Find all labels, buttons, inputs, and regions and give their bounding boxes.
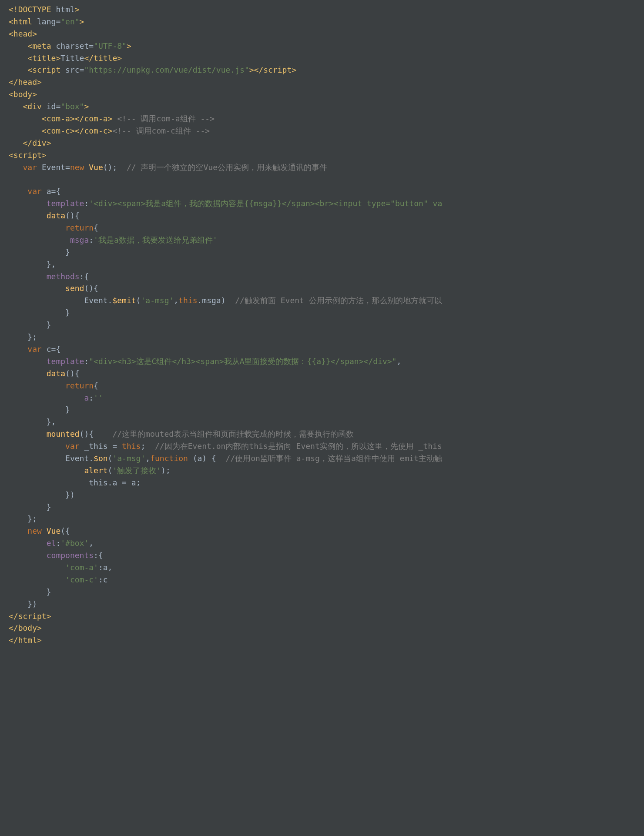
code-line: <script src="https://unpkg.com/vue/dist/… (9, 64, 635, 76)
code-line: </html> (9, 634, 635, 646)
code-line: return{ (9, 222, 635, 234)
code-line: } (9, 586, 635, 598)
code-line: <!DOCTYPE html> (9, 3, 635, 16)
code-line: <com-c></com-c><!-- 调用com-c组件 --> (9, 125, 635, 137)
code-line: <script> (9, 149, 635, 161)
code-line: data(){ (9, 368, 635, 380)
code-line: send(){ (9, 282, 635, 294)
code-line: el:'#box', (9, 537, 635, 549)
code-line: }) (9, 489, 635, 501)
code-line: var c={ (9, 343, 635, 355)
code-line: <meta charset="UTF-8"> (9, 40, 635, 52)
code-line: return{ (9, 380, 635, 392)
code-line: <div id="box"> (9, 100, 635, 113)
code-line: var _this = this; //因为在Event.on内部的this是指… (9, 440, 635, 452)
code-line: var Event=new Vue(); // 声明一个独立的空Vue公用实例，… (9, 161, 635, 174)
code-line: a:'' (9, 392, 635, 404)
code-line: }, (9, 416, 635, 428)
code-line: } (9, 404, 635, 416)
code-line (9, 173, 635, 185)
code-line: </body> (9, 622, 635, 634)
code-line: mounted(){ //这里的mouted表示当组件和页面挂载完成的时候，需要… (9, 428, 635, 440)
code-line: }; (9, 513, 635, 525)
code-line: var a={ (9, 185, 635, 197)
code-line: _this.a = a; (9, 477, 635, 489)
code-block: <!DOCTYPE html><html lang="en"><head> <m… (0, 0, 644, 664)
code-line: } (9, 307, 635, 319)
code-line: 'com-a':a, (9, 562, 635, 574)
code-line: <body> (9, 88, 635, 100)
code-line: new Vue({ (9, 525, 635, 537)
code-line: }, (9, 258, 635, 271)
code-line: Event.$emit('a-msg',this.msga) //触发前面 Ev… (9, 294, 635, 307)
code-line: </script> (9, 610, 635, 622)
code-line: <html lang="en"> (9, 16, 635, 28)
code-line: template:"<div><h3>这是C组件</h3><span>我从A里面… (9, 355, 635, 368)
code-line: }; (9, 331, 635, 343)
code-line: <com-a></com-a> <!-- 调用com-a组件 --> (9, 113, 635, 125)
code-line: <head> (9, 28, 635, 40)
code-line: template:'<div><span>我是a组件，我的数据内容是{{msga… (9, 197, 635, 210)
code-line: 'com-c':c (9, 574, 635, 586)
code-line: } (9, 319, 635, 331)
code-line: }) (9, 598, 635, 610)
code-line: alert('触发了接收'); (9, 465, 635, 477)
code-line: } (9, 246, 635, 258)
code-line: </head> (9, 76, 635, 88)
code-line: Event.$on('a-msg',function (a) { //使用on监… (9, 452, 635, 465)
code-line: <title>Title</title> (9, 52, 635, 64)
code-line: data(){ (9, 210, 635, 222)
code-line: components:{ (9, 549, 635, 562)
code-line: </div> (9, 137, 635, 149)
code-line: methods:{ (9, 271, 635, 283)
code-line: } (9, 501, 635, 513)
code-line: msga:'我是a数据，我要发送给兄弟组件' (9, 234, 635, 246)
